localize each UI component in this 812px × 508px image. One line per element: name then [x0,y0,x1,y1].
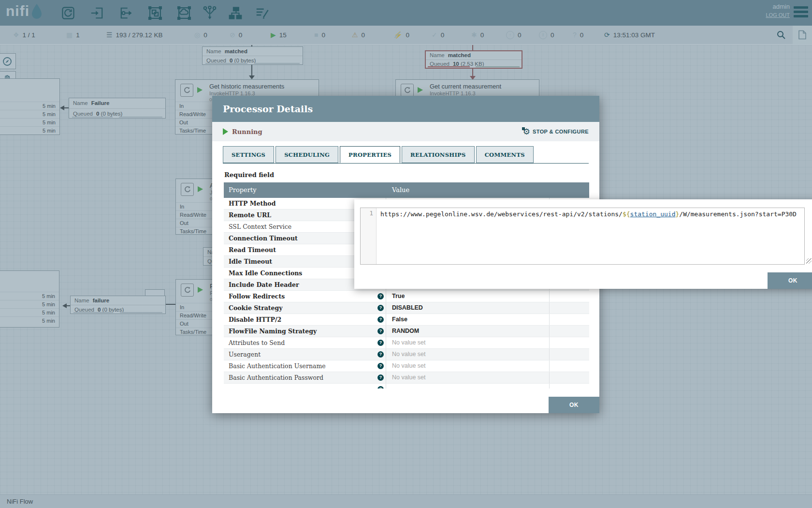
help-icon[interactable]: ? [377,293,384,299]
column-value: Value [386,182,409,198]
table-row-partial: ? [224,384,589,388]
table-row: Basic Authentication Password?No value s… [224,372,589,384]
help-icon[interactable]: ? [377,305,384,311]
resize-handle[interactable] [806,258,812,264]
el-expression-start: ${ [623,210,630,218]
table-row: Useragent?No value set [224,349,589,360]
editor-ok-button[interactable]: OK [768,272,812,289]
nifi-app: nifi [0,0,812,508]
table-row: Cookie Strategy?DISABLED [224,302,589,314]
tab-settings[interactable]: SETTINGS [223,146,274,163]
help-icon[interactable]: ? [377,316,384,323]
table-row: Follow Redirects?True [224,291,589,302]
dialog-title: Processor Details [223,104,313,114]
help-icon[interactable]: ? [377,374,384,381]
tab-scheduling[interactable]: SCHEDULING [276,146,338,163]
help-icon[interactable]: ? [377,328,384,334]
dialog-tabs: SETTINGS SCHEDULING PROPERTIES RELATIONS… [223,146,589,164]
properties-table-header: Property Value [224,182,589,198]
table-row: FlowFile Naming Strategy?RANDOM [224,326,589,337]
dialog-ok-button[interactable]: OK [549,397,599,413]
el-expression-variable: station_uuid [630,210,676,218]
value-editor-text[interactable]: https://www.pegelonline.wsv.de/webservic… [377,208,804,264]
stop-configure-icon: ⚙ [523,128,530,136]
help-icon[interactable]: ? [377,351,384,358]
help-icon[interactable]: ? [377,363,384,369]
value-editor[interactable]: 1 https://www.pegelonline.wsv.de/webserv… [360,208,805,265]
tab-relationships[interactable]: RELATIONSHIPS [402,146,475,163]
line-number-gutter: 1 [361,208,377,264]
dialog-header: Processor Details [212,96,599,122]
tab-properties[interactable]: PROPERTIES [340,146,400,163]
run-state-label: Running [232,128,262,135]
tab-comments[interactable]: COMMENTS [476,146,534,163]
value-editor-popup: 1 https://www.pegelonline.wsv.de/webserv… [354,199,812,289]
help-icon[interactable]: ? [377,340,384,346]
table-row: Attributes to Send?No value set [224,337,589,349]
table-row: Disable HTTP/2?False [224,314,589,326]
table-row: Basic Authentication Username?No value s… [224,360,589,372]
required-field-note: Required field [224,171,599,179]
column-property: Property [224,182,386,198]
running-play-icon [223,128,228,135]
dialog-status-strip: Running ⚙ STOP & CONFIGURE [212,122,599,141]
stop-and-configure-button[interactable]: ⚙ STOP & CONFIGURE [523,128,589,136]
